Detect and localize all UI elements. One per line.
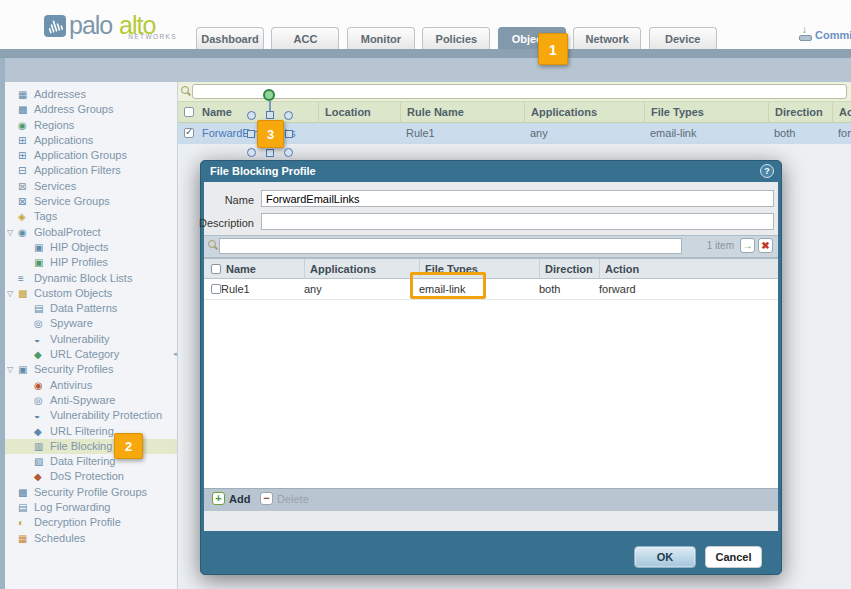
sidebar-item-dos-protection[interactable]: ◆DoS Protection <box>5 469 177 484</box>
name-field[interactable] <box>261 190 774 207</box>
search-icon <box>208 240 219 251</box>
add-button[interactable]: + Add <box>212 492 250 505</box>
selection-handle <box>266 111 274 119</box>
col-action[interactable]: Action <box>599 259 689 280</box>
sidebar-item-regions[interactable]: ◉Regions <box>5 118 177 133</box>
sidebar-item-data-patterns[interactable]: ▤Data Patterns <box>5 301 177 316</box>
col-rule-name[interactable]: Rule Name <box>400 102 524 123</box>
dialog-filter-input[interactable] <box>219 238 682 254</box>
col-location[interactable]: Location <box>318 102 400 123</box>
tab-network[interactable]: Network <box>573 27 641 49</box>
col-applications[interactable]: Applications <box>524 102 644 123</box>
tab-acc[interactable]: ACC <box>271 27 339 49</box>
expand-triangle-icon[interactable]: ▽ <box>7 286 13 301</box>
col-applications[interactable]: Applications <box>304 259 419 280</box>
tab-dashboard[interactable]: Dashboard <box>196 27 264 49</box>
sidebar-collapse-handle[interactable]: ◄ <box>172 345 179 363</box>
cell-action: forward <box>832 123 851 144</box>
sidebar-item-globalprotect[interactable]: ▽◉GlobalProtect <box>5 225 177 240</box>
tags-icon: ◈ <box>18 209 31 224</box>
sidebar-item-applications[interactable]: ⊞Applications <box>5 133 177 148</box>
sidebar-item-url-filtering[interactable]: ◆URL Filtering <box>5 424 177 439</box>
commit-icon: ↓ <box>799 28 812 41</box>
tab-device[interactable]: Device <box>649 27 717 49</box>
selection-handle <box>266 149 274 157</box>
description-field[interactable] <box>261 213 774 230</box>
expand-triangle-icon[interactable]: ▽ <box>7 225 13 240</box>
col-direction[interactable]: Direction <box>539 259 599 280</box>
col-file-types[interactable]: File Types <box>644 102 768 123</box>
sidebar-nav: ▦Addresses▩Address Groups◉Regions⊞Applic… <box>5 82 178 589</box>
cell-rule-name: Rule1 <box>400 123 524 144</box>
sidebar-item-label: DoS Protection <box>50 470 124 482</box>
content-filter-input[interactable] <box>192 84 847 99</box>
sidebar-item-services[interactable]: ⊠Services <box>5 179 177 194</box>
url-category-icon: ◆ <box>34 347 47 362</box>
cell-direction: both <box>768 123 832 144</box>
sidebar-item-application-filters[interactable]: ⊟Application Filters <box>5 163 177 178</box>
sidebar-item-vulnerability-protection[interactable]: ◒Vulnerability Protection <box>5 408 177 423</box>
data-patterns-icon: ▤ <box>34 301 47 316</box>
cell-file-types: email-link <box>644 123 768 144</box>
sidebar-item-label: Vulnerability <box>50 333 110 345</box>
filter-apply-icon[interactable]: → <box>740 238 755 253</box>
rule-checkbox[interactable] <box>211 284 221 294</box>
select-all-checkbox[interactable] <box>184 107 194 117</box>
sidebar-item-log-forwarding[interactable]: ▤Log Forwarding <box>5 500 177 515</box>
sidebar-item-custom-objects[interactable]: ▽▩Custom Objects <box>5 286 177 301</box>
sidebar-item-hip-objects[interactable]: ▣HIP Objects <box>5 240 177 255</box>
sidebar-item-application-groups[interactable]: ⊞Application Groups <box>5 148 177 163</box>
sidebar-item-anti-spyware[interactable]: ◎Anti-Spyware <box>5 393 177 408</box>
delete-icon: − <box>260 492 273 505</box>
address-groups-icon: ▩ <box>18 102 31 117</box>
cancel-button[interactable]: Cancel <box>705 546 762 568</box>
main-tab-bar: Dashboard ACC Monitor Policies Objects N… <box>196 27 720 49</box>
cell-applications: any <box>304 279 419 300</box>
sidebar-item-url-category[interactable]: ◆URL Category <box>5 347 177 362</box>
help-icon[interactable]: ? <box>760 164 774 178</box>
col-action[interactable]: Action <box>832 102 851 123</box>
sidebar-item-label: Address Groups <box>34 103 113 115</box>
sidebar-item-hip-profiles[interactable]: ▣HIP Profiles <box>5 255 177 270</box>
sidebar-item-schedules[interactable]: ▦Schedules <box>5 531 177 546</box>
tab-policies[interactable]: Policies <box>422 27 490 49</box>
delete-button[interactable]: − Delete <box>260 492 309 505</box>
sidebar-item-antivirus[interactable]: ◉Antivirus <box>5 378 177 393</box>
row-checkbox[interactable] <box>184 128 194 138</box>
rule-row[interactable]: Rule1 any email-link both forward <box>204 279 778 300</box>
sidebar-item-spyware[interactable]: ◎Spyware <box>5 316 177 331</box>
services-icon: ⊠ <box>18 179 31 194</box>
sidebar-item-service-groups[interactable]: ⊠Service Groups <box>5 194 177 209</box>
filter-clear-icon[interactable]: ✖ <box>758 238 773 253</box>
spyware-icon: ◎ <box>34 316 47 331</box>
sidebar-item-file-blocking[interactable]: ▥File Blocking <box>5 439 177 454</box>
anti-spyware-icon: ◎ <box>34 393 47 408</box>
sidebar-item-label: Decryption Profile <box>34 516 121 528</box>
sidebar-item-tags[interactable]: ◈Tags <box>5 209 177 224</box>
select-all-checkbox[interactable] <box>211 264 221 274</box>
sidebar-item-data-filtering[interactable]: ▧Data Filtering <box>5 454 177 469</box>
sidebar-item-dynamic-block-lists[interactable]: ≡Dynamic Block Lists <box>5 271 177 286</box>
sidebar-item-label: URL Filtering <box>50 425 114 437</box>
commit-button[interactable]: ↓ Commit <box>799 28 851 41</box>
add-label: Add <box>229 493 250 505</box>
sidebar-item-decryption-profile[interactable]: ◐Decryption Profile <box>5 515 177 530</box>
hip-objects-icon: ▣ <box>34 240 47 255</box>
selection-handle <box>284 148 293 157</box>
app-window: palo alto NETWORKS Dashboard ACC Monitor… <box>0 0 851 589</box>
col-direction[interactable]: Direction <box>768 102 832 123</box>
sidebar-item-security-profiles[interactable]: ▽▣Security Profiles <box>5 362 177 377</box>
sidebar-item-address-groups[interactable]: ▩Address Groups <box>5 102 177 117</box>
dialog-title: File Blocking Profile <box>201 161 781 182</box>
expand-triangle-icon[interactable]: ▽ <box>7 362 13 377</box>
tab-monitor[interactable]: Monitor <box>347 27 415 49</box>
sidebar-item-label: GlobalProtect <box>34 226 101 238</box>
sidebar-item-label: Regions <box>34 119 74 131</box>
col-name[interactable]: Name <box>221 259 309 280</box>
sidebar-item-addresses[interactable]: ▦Addresses <box>5 87 177 102</box>
sidebar-item-label: Spyware <box>50 317 93 329</box>
ok-button[interactable]: OK <box>634 546 696 568</box>
sidebar-item-security-profile-groups[interactable]: ▩Security Profile Groups <box>5 485 177 500</box>
selection-handle <box>247 148 256 157</box>
sidebar-item-vulnerability[interactable]: ◒Vulnerability <box>5 332 177 347</box>
